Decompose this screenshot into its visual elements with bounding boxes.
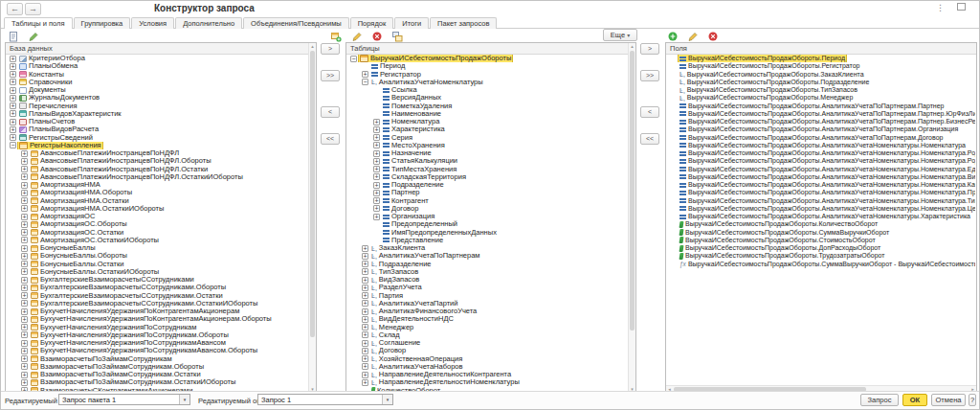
tree-row[interactable]: ВыручкаИСебестоимостьПродажОбороты.Анали…	[667, 213, 975, 220]
expand-icon[interactable]: +	[362, 331, 368, 338]
tree-row[interactable]: +АвансовыеПлатежиИностранцевПоНДФЛ	[7, 149, 315, 157]
tree-row[interactable]: +ПланыВидовРасчета	[7, 125, 315, 133]
expand-icon[interactable]: +	[362, 363, 368, 370]
expand-icon[interactable]: +	[10, 102, 16, 109]
tab[interactable]: Объединения/Псевдонимы	[243, 17, 349, 29]
tree-row[interactable]: +АмортизацияОС.Обороты	[7, 220, 315, 228]
tab[interactable]: Группировка	[74, 17, 131, 29]
expand-icon[interactable]: +	[21, 363, 28, 370]
scroll-up-icon[interactable]: ▴	[309, 43, 316, 50]
expand-icon[interactable]: +	[10, 63, 16, 70]
tree-row[interactable]: +ЖурналыДокументов	[7, 94, 315, 102]
tree-row[interactable]: −РегистрыНакопления	[7, 142, 315, 149]
tree-row[interactable]: +ВзаиморасчетыПоЗаймамСотрудникам	[7, 355, 315, 363]
tree-row[interactable]: +СтатьяКалькуляции	[347, 157, 635, 165]
tree-row[interactable]: +ПланыСчетов	[7, 118, 315, 125]
expand-icon[interactable]: +	[373, 205, 380, 212]
tree-row[interactable]: ВыручкаИСебестоимостьПродажОбороты.Анали…	[667, 149, 975, 157]
expand-icon[interactable]: +	[10, 56, 16, 62]
tree-row[interactable]: +РегистрыСведений	[7, 134, 315, 142]
tree-row[interactable]: +АналитикаФинансовогоУчета	[347, 308, 635, 315]
tree-row[interactable]: +ХозяйственнаяОперация	[347, 355, 635, 363]
expand-icon[interactable]: +	[21, 379, 28, 386]
tab[interactable]: Дополнительно	[175, 17, 242, 29]
expand-icon[interactable]: +	[21, 197, 28, 204]
expand-icon[interactable]: +	[21, 166, 28, 172]
tree-row[interactable]: +БонусныеБаллы.ОстаткиИОбороты	[7, 268, 315, 276]
tree-row[interactable]: +ЗаказКлиента	[347, 244, 635, 252]
expand-icon[interactable]: +	[362, 379, 368, 386]
tree-row[interactable]: +РазделУчета	[347, 284, 635, 291]
expand-icon[interactable]: +	[10, 126, 16, 133]
tree-row[interactable]: +ВзаиморасчетыПоЗаймамСотрудникам.Оборот…	[7, 363, 315, 371]
tree-row[interactable]: +АмортизацияОС.ОстаткиИОбороты	[7, 237, 315, 244]
tree-row[interactable]: ВыручкаИСебестоимостьПродажОбороты.ДопРа…	[667, 244, 975, 252]
tree-row[interactable]: +Характеристика	[347, 125, 635, 133]
tree-row[interactable]: +БухгалтерскиеВзаиморасчетыССотрудниками…	[7, 284, 315, 291]
remove-all-button[interactable]: <<	[640, 133, 659, 145]
tree-row[interactable]: +Контрагент	[347, 197, 635, 205]
tree-row[interactable]: +Подразделение	[347, 261, 635, 268]
expand-icon[interactable]: +	[373, 197, 380, 204]
tree-row[interactable]: +ВзаиморасчетыПоЗаймамСотрудникам.Остатк…	[7, 378, 315, 386]
expand-icon[interactable]: +	[21, 285, 28, 291]
tree-row[interactable]: +Менеджер	[347, 324, 635, 331]
tree-row[interactable]: +Перечисления	[7, 102, 315, 110]
tree-row[interactable]: +БонусныеБаллы	[7, 244, 315, 252]
expand-icon[interactable]: +	[362, 324, 368, 330]
tree-row[interactable]: ВыручкаИСебестоимостьПродажОбороты.Перио…	[667, 55, 975, 62]
tree-row[interactable]: Период	[347, 62, 635, 70]
add-field-button[interactable]	[665, 29, 679, 42]
expand-icon[interactable]: +	[373, 190, 380, 196]
expand-icon[interactable]: +	[21, 268, 28, 275]
expand-icon[interactable]: +	[362, 292, 368, 299]
tree-row[interactable]: ВыручкаИСебестоимостьПродажОбороты.Анали…	[667, 181, 975, 189]
expand-icon[interactable]: +	[21, 324, 28, 330]
tree-row[interactable]: +Номенклатура	[347, 118, 635, 125]
tree-row[interactable]: ВыручкаИСебестоимостьПродажОбороты.Анали…	[667, 142, 975, 149]
tree-row[interactable]: ВыручкаИСебестоимостьПродажОбороты.Анали…	[667, 134, 975, 142]
expand-icon[interactable]: +	[373, 158, 380, 165]
expand-icon[interactable]: +	[362, 285, 368, 291]
tree-row[interactable]: +Справочники	[7, 79, 315, 86]
tab[interactable]: Порядок	[350, 17, 394, 29]
expand-icon[interactable]: +	[21, 277, 28, 284]
expand-icon[interactable]: +	[21, 331, 28, 338]
tree-row[interactable]: −ВыручкаИСебестоимостьПродажОбороты	[347, 55, 635, 62]
expand-icon[interactable]: +	[373, 182, 380, 189]
expand-icon[interactable]: +	[373, 119, 380, 125]
tree-row[interactable]: ВыручкаИСебестоимостьПродажОбороты.Менед…	[667, 94, 975, 102]
tree-row[interactable]: ВыручкаИСебестоимостьПродажОбороты.Анали…	[667, 173, 975, 181]
remove-button[interactable]: <	[321, 106, 340, 118]
tree-row[interactable]: +БонусныеБаллы.Остатки	[7, 261, 315, 268]
tree-row[interactable]: +АмортизацияНМА.Обороты	[7, 189, 315, 196]
tree-row[interactable]: ВыручкаИСебестоимостьПродажОбороты.ТипЗа…	[667, 86, 975, 94]
expand-icon[interactable]: +	[362, 261, 368, 267]
tree-row[interactable]: +НаправлениеДеятельностиКонтрагента	[347, 371, 635, 378]
expand-icon[interactable]: +	[362, 71, 368, 78]
edited-query-select[interactable]: Запрос пакета 1 ▾	[58, 394, 190, 405]
tree-row[interactable]: +Партия	[347, 292, 635, 300]
replace-table-button[interactable]	[390, 29, 405, 42]
expand-icon[interactable]: +	[373, 150, 380, 157]
tree-row[interactable]: ВыручкаИСебестоимостьПродажОбороты.Анали…	[667, 197, 975, 205]
scroll-up-icon[interactable]: ▴	[629, 43, 635, 50]
more-button[interactable]: Еще ▾	[603, 29, 637, 41]
edit-table-button[interactable]	[349, 29, 364, 42]
tree-row[interactable]: ВыручкаИСебестоимостьПродажОбороты.Анали…	[667, 125, 975, 133]
cancel-button[interactable]: Отмена	[931, 394, 966, 406]
chevron-down-icon[interactable]: ▾	[382, 395, 392, 404]
tree-row[interactable]: ВыручкаИСебестоимостьПродажОбороты.Анали…	[667, 157, 975, 165]
tree-row[interactable]: +БухгалтерскиеВзаиморасчетыССотрудниками	[7, 276, 315, 284]
tree-row[interactable]: ПометкаУдаления	[347, 102, 635, 110]
add-table-button[interactable]	[329, 29, 344, 42]
tree-row[interactable]: +Договор	[347, 205, 635, 213]
tables-vertical-scrollbar[interactable]: ▴ ▾	[628, 43, 635, 393]
tree-row[interactable]: +Склад	[347, 331, 635, 339]
restore-window-icon[interactable]	[957, 3, 966, 12]
tree-row[interactable]: +БухучетНачисленияУдержанияПоСотрудникам…	[7, 347, 315, 354]
remove-button[interactable]: <	[640, 106, 659, 118]
tree-row[interactable]: +АмортизацияНМА.ОстаткиИОбороты	[7, 205, 315, 213]
tab[interactable]: Таблицы и поля	[4, 17, 73, 29]
tree-row[interactable]: +Организация	[347, 213, 635, 220]
